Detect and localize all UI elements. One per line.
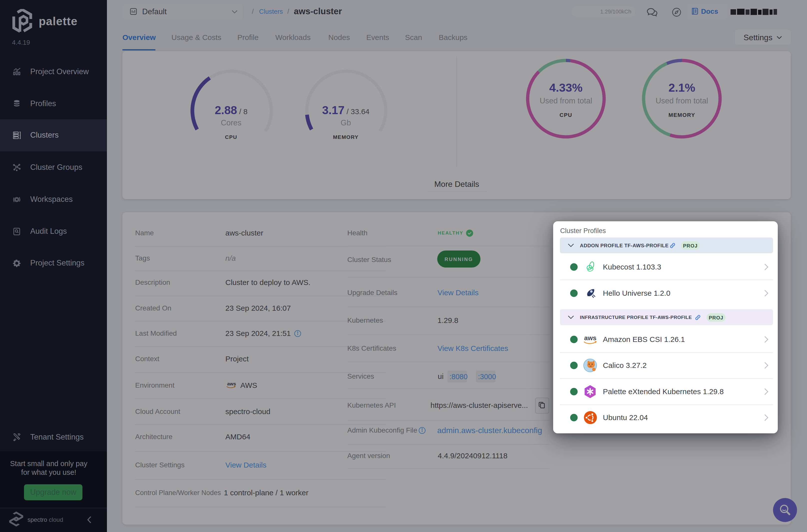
svg-text:aws: aws <box>584 334 596 342</box>
